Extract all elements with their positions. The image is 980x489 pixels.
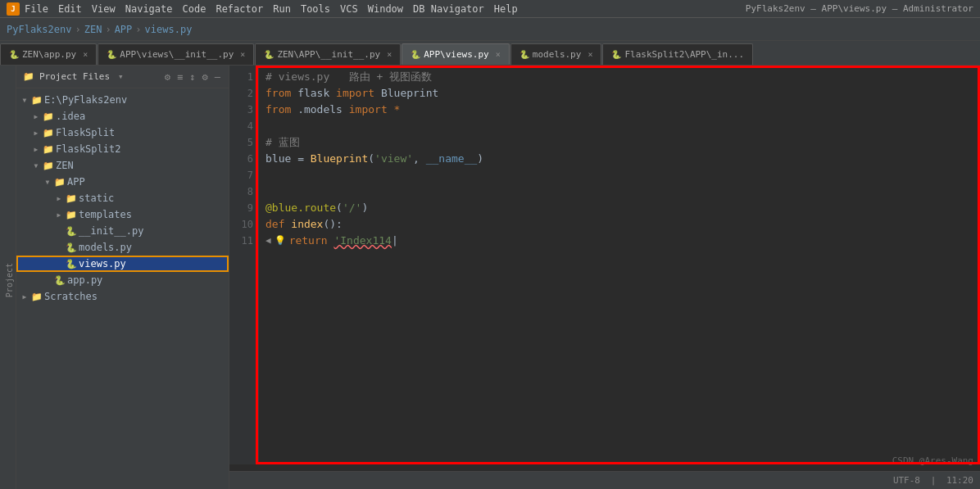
tree-item-models-py[interactable]: 🐍 models.py (16, 239, 229, 256)
menu-window[interactable]: Window (368, 3, 403, 15)
tree-label: __init__.py (79, 225, 229, 237)
tab-zen-app-init[interactable]: 🐍 ZEN\APP\__init__.py × (255, 43, 401, 65)
tree-label: Scratches (44, 291, 229, 302)
tab-close-icon[interactable]: × (83, 50, 88, 59)
tab-py-icon: 🐍 (411, 50, 420, 59)
horizontal-scrollbar[interactable] (229, 464, 980, 471)
breadcrumb-project[interactable]: PyFlaks2env (7, 24, 71, 35)
py-icon: 🐍 (66, 242, 77, 253)
menu-vcs[interactable]: VCS (340, 3, 358, 15)
project-panel: 📁 Project Files ▾ ⚙ ≡ ↕ ⚙ — ▼ 📁 E:\PyFla… (16, 66, 229, 489)
tab-app-views-init[interactable]: 🐍 APP\views\__init__.py × (98, 43, 254, 65)
tab-close-icon[interactable]: × (496, 50, 501, 59)
menu-file[interactable]: File (25, 3, 48, 15)
status-line-col: 11:20 (946, 475, 973, 486)
main-area: Project DB Browser 📁 Project Files ▾ ⚙ ≡… (0, 66, 980, 489)
tree-label: static (79, 192, 229, 204)
menu-edit[interactable]: Edit (58, 3, 82, 15)
breadcrumb: PyFlaks2env › ZEN › APP › views.py (0, 18, 980, 41)
tab-label: APP\views\__init__.py (120, 49, 234, 60)
folder-icon: 📁 (31, 95, 43, 106)
project-tab[interactable]: Project (3, 260, 16, 301)
arrow-icon: ▶ (54, 211, 64, 219)
tree-item-app-py[interactable]: 🐍 app.py (16, 272, 229, 288)
status-right: UTF-8 | 11:20 (893, 475, 973, 486)
tree-label: models.py (79, 242, 229, 253)
cog-icon[interactable]: ⚙ (163, 70, 172, 84)
tab-label: APP\views.py (424, 49, 488, 60)
tree-item-zen[interactable]: ▼ 📁 ZEN (16, 157, 229, 174)
settings-icon[interactable]: ⚙ (201, 70, 210, 84)
tree-item-scratches[interactable]: ▶ 📁 Scratches (16, 288, 229, 305)
code-line-6: blue = Blueprint('view', __name__) (265, 151, 973, 167)
menu-tools[interactable]: Tools (301, 3, 330, 15)
tab-models[interactable]: 🐍 models.py × (510, 43, 602, 65)
code-line-3: from .models import * (265, 102, 973, 118)
tab-flasksplit2[interactable]: 🐍 FlaskSplit2\APP\_in... (602, 43, 753, 65)
folder-icon: 📁 (54, 177, 66, 188)
tree-item-init-py[interactable]: 🐍 __init__.py (16, 223, 229, 239)
breadcrumb-zen[interactable]: ZEN (84, 24, 102, 35)
tab-label: ZEN\APP\__init__.py (277, 49, 380, 60)
code-line-1: # views.py 路由 + 视图函数 (265, 69, 973, 85)
window-title: PyFlaks2env – APP\views.py – Administrat… (746, 3, 973, 14)
arrow-icon: ▶ (54, 195, 64, 202)
folder-icon: 📁 (43, 111, 54, 122)
tree-label: APP (67, 176, 229, 188)
menu-help[interactable]: Help (494, 3, 518, 15)
tab-zen-app[interactable]: 🐍 ZEN\app.py × (0, 43, 97, 65)
app-logo: J (7, 2, 20, 16)
tree-item-views-py[interactable]: 🐍 views.py (16, 256, 229, 272)
tab-label: models.py (533, 49, 582, 60)
tree-item-app[interactable]: ▼ 📁 APP (16, 174, 229, 190)
folder-icon: 📁 (43, 144, 54, 155)
tree-label: app.py (67, 274, 229, 286)
panel-icons: ⚙ ≡ ↕ ⚙ — (163, 70, 222, 84)
arrow-icon: ▶ (31, 113, 41, 120)
tree-item-static[interactable]: ▶ 📁 static (16, 190, 229, 206)
tab-py-icon: 🐍 (519, 50, 529, 59)
menu-navigate[interactable]: Navigate (125, 3, 173, 15)
menu-code[interactable]: Code (183, 3, 206, 15)
tree-item-templates[interactable]: ▶ 📁 templates (16, 206, 229, 223)
menu-bar[interactable]: File Edit View Navigate Code Refactor Ru… (25, 3, 518, 15)
tree-label: .idea (56, 111, 229, 122)
folder-icon: 📁 (23, 71, 34, 82)
breadcrumb-file[interactable]: views.py (145, 24, 193, 35)
tab-close-icon[interactable]: × (240, 50, 245, 59)
arrow-icon: ▶ (20, 293, 29, 301)
tree-item-idea[interactable]: ▶ 📁 .idea (16, 108, 229, 125)
tab-py-icon: 🐍 (264, 50, 274, 59)
tab-py-icon: 🐍 (9, 50, 19, 59)
code-line-10: def index(): (265, 216, 973, 233)
line-numbers: 1 2 3 4 5 6 7 8 9 10 11 (229, 66, 259, 464)
tab-label: FlaskSplit2\APP\_in... (624, 49, 744, 60)
py-icon: 🐍 (66, 259, 77, 269)
menu-db-navigator[interactable]: DB Navigator (413, 3, 484, 15)
list-icon[interactable]: ≡ (175, 70, 184, 84)
tab-bar: 🐍 ZEN\app.py × 🐍 APP\views\__init__.py ×… (0, 41, 980, 66)
collapse-icon[interactable]: — (213, 70, 222, 84)
folder-icon: 📁 (43, 128, 54, 138)
tab-py-icon: 🐍 (107, 50, 116, 59)
code-content[interactable]: # views.py 路由 + 视图函数 from flask import B… (259, 66, 980, 464)
code-editor[interactable]: 1 2 3 4 5 6 7 8 9 10 11 # views.py 路由 + … (229, 66, 980, 464)
tree-label: ZEN (56, 160, 229, 171)
tree-item-flasksplit[interactable]: ▶ 📁 FlaskSplit (16, 125, 229, 141)
menu-run[interactable]: Run (273, 3, 291, 15)
sort-icon[interactable]: ↕ (188, 70, 197, 84)
folder-icon: 📁 (66, 210, 77, 220)
status-bar: UTF-8 | 11:20 (229, 471, 980, 489)
code-line-11: ◀ 💡 return 'Index114| (265, 233, 973, 249)
tab-app-views[interactable]: 🐍 APP\views.py × (402, 43, 510, 65)
tab-close-icon[interactable]: × (588, 50, 592, 59)
tab-close-icon[interactable]: × (387, 50, 392, 59)
menu-view[interactable]: View (92, 3, 116, 15)
menu-refactor[interactable]: Refactor (216, 3, 263, 15)
tree-label: templates (79, 209, 229, 220)
code-line-7 (265, 167, 973, 183)
tree-item-root[interactable]: ▼ 📁 E:\PyFlaks2env (16, 92, 229, 108)
dropdown-arrow[interactable]: ▾ (118, 71, 124, 82)
tree-item-flasksplit2[interactable]: ▶ 📁 FlaskSplit2 (16, 141, 229, 157)
breadcrumb-app[interactable]: APP (115, 24, 133, 35)
